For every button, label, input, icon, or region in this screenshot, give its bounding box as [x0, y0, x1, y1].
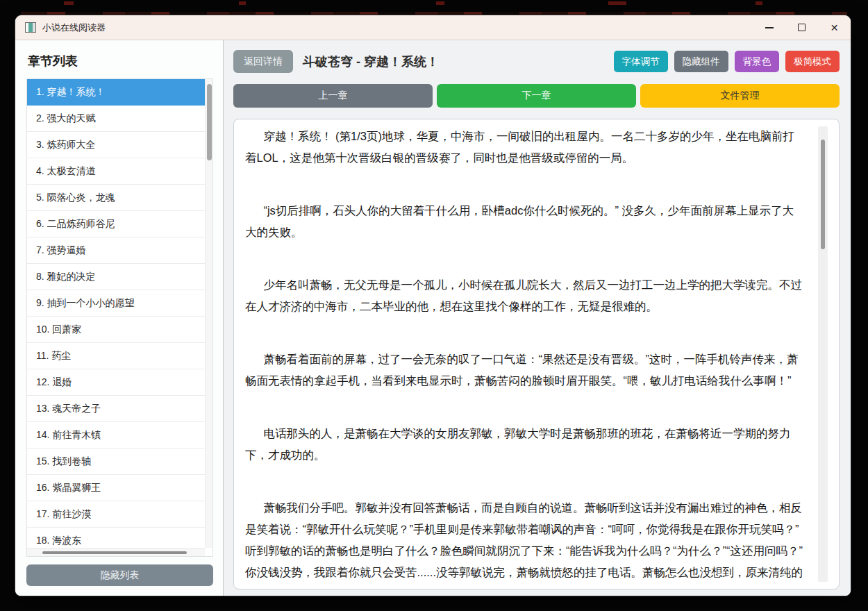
- reading-scrollbar-thumb[interactable]: [821, 140, 825, 249]
- chapter-list-item[interactable]: 10. 回萧家: [27, 317, 205, 343]
- reading-panel-scrollbar[interactable]: [818, 126, 828, 582]
- next-chapter-button[interactable]: 下一章: [437, 84, 636, 108]
- window-title: 小说在线阅读器: [42, 22, 753, 34]
- maximize-button[interactable]: [785, 15, 818, 40]
- maximize-icon: [798, 24, 806, 31]
- reader-toolbar: 字体调节 隐藏组件 背景色 极简模式: [614, 51, 840, 72]
- chapter-list-item[interactable]: 16. 紫晶翼狮王: [27, 475, 205, 501]
- chapter-list-item[interactable]: 3. 炼药师大全: [27, 132, 205, 158]
- background-artifact: [239, 1, 246, 5]
- chapter-list-item[interactable]: 8. 雅妃的决定: [27, 264, 205, 290]
- chapter-list-item[interactable]: 14. 前往青木镇: [27, 422, 205, 449]
- horizontal-scrollbar-thumb[interactable]: [42, 551, 187, 554]
- file-manager-button[interactable]: 文件管理: [640, 84, 840, 108]
- chapter-list-item[interactable]: 17. 前往沙漠: [27, 501, 205, 528]
- vertical-scrollbar-thumb[interactable]: [207, 84, 212, 160]
- minimal-mode-button[interactable]: 极简模式: [785, 51, 840, 72]
- background-artifact: [756, 1, 762, 5]
- sidebar-title: 章节列表: [28, 53, 213, 69]
- chapter-list-item[interactable]: 9. 抽到一个小小的愿望: [27, 290, 205, 317]
- chapter-sidebar: 章节列表 1. 穿越！系统！ 2. 强大的天赋 3. 炼药师大全 4. 太极玄清…: [15, 40, 224, 596]
- chapter-list-box: 1. 穿越！系统！ 2. 强大的天赋 3. 炼药师大全 4. 太极玄清道 5. …: [26, 78, 213, 557]
- novel-paragraph: 萧畅看着面前的屏幕，过了一会无奈的叹了一口气道：“果然还是没有晋级。”这时，一阵…: [245, 349, 803, 392]
- window-controls: ✕: [753, 15, 851, 40]
- novel-paragraph: 电话那头的人，是萧畅在大学谈的女朋友郭敏，郭敏大学时是萧畅那班的班花，在萧畅将近…: [245, 423, 803, 466]
- chapter-list-item[interactable]: 1. 穿越！系统！: [27, 79, 205, 106]
- chapter-list-item[interactable]: 11. 药尘: [27, 343, 205, 369]
- chapter-list-item[interactable]: 12. 退婚: [27, 369, 205, 396]
- novel-text: 穿越！系统！ (第1/3页)地球，华夏，中海市，一间破旧的出租屋内。一名二十多岁…: [245, 126, 803, 583]
- hide-widgets-button[interactable]: 隐藏组件: [674, 51, 728, 72]
- close-button[interactable]: ✕: [818, 15, 851, 40]
- novel-paragraph: 穿越！系统！ (第1/3页)地球，华夏，中海市，一间破旧的出租屋内。一名二十多岁…: [245, 126, 803, 169]
- chapter-list-item[interactable]: 13. 魂天帝之子: [27, 396, 205, 422]
- chapter-list: 1. 穿越！系统！ 2. 强大的天赋 3. 炼药师大全 4. 太极玄清道 5. …: [27, 79, 205, 548]
- background-artifact: [64, 1, 74, 5]
- background-color-button[interactable]: 背景色: [735, 51, 780, 72]
- chapter-list-item[interactable]: 5. 陨落心炎，龙魂: [27, 185, 205, 211]
- chapter-list-item[interactable]: 2. 强大的天赋: [27, 106, 205, 132]
- novel-paragraph: “js切后排啊，石头人你的大留着干什么用，卧槽adc你什么时候死的。” 没多久，…: [245, 200, 803, 243]
- chapter-nav: 上一章 下一章 文件管理: [233, 84, 840, 108]
- chapter-list-horizontal-scrollbar[interactable]: [27, 548, 205, 556]
- window-body: 章节列表 1. 穿越！系统！ 2. 强大的天赋 3. 炼药师大全 4. 太极玄清…: [15, 40, 851, 596]
- reader-header: 返回详情 斗破苍穹 - 穿越！系统！ 字体调节 隐藏组件 背景色 极简模式: [233, 50, 840, 73]
- background-artifact: [608, 1, 626, 5]
- book-chapter-title: 斗破苍穹 - 穿越！系统！: [303, 53, 614, 70]
- close-icon: ✕: [831, 23, 839, 33]
- app-icon: [25, 22, 36, 33]
- hide-list-button[interactable]: 隐藏列表: [26, 564, 213, 586]
- minimize-button[interactable]: [753, 15, 785, 40]
- chapter-list-item[interactable]: 4. 太极玄清道: [27, 158, 205, 185]
- novel-paragraph: 萧畅我们分手吧。郭敏并没有回答萧畅话，而是自顾自的说道。萧畅听到这话并没有漏出难…: [245, 497, 803, 583]
- minimize-icon: [765, 27, 774, 28]
- back-to-details-button[interactable]: 返回详情: [233, 50, 293, 73]
- app-window: 小说在线阅读器 ✕ 章节列表 1. 穿越！系统！ 2. 强大的天赋 3. 炼药师…: [15, 15, 851, 596]
- titlebar: 小说在线阅读器 ✕: [15, 15, 851, 40]
- font-adjust-button[interactable]: 字体调节: [614, 51, 668, 72]
- chapter-list-item[interactable]: 7. 强势逼婚: [27, 237, 205, 264]
- chapter-list-item[interactable]: 15. 找到卷轴: [27, 449, 205, 475]
- reading-panel: 穿越！系统！ (第1/3页)地球，华夏，中海市，一间破旧的出租屋内。一名二十多岁…: [233, 119, 840, 589]
- reader-main: 返回详情 斗破苍穹 - 穿越！系统！ 字体调节 隐藏组件 背景色 极简模式 上一…: [224, 40, 851, 596]
- novel-paragraph: 少年名叫萧畅，无父无母是一个孤儿，小时候在孤儿院长大，然后又一边打工一边上学的把…: [245, 274, 803, 317]
- background-artifact: [436, 1, 444, 5]
- chapter-list-item[interactable]: 18. 海波东: [27, 528, 205, 548]
- prev-chapter-button[interactable]: 上一章: [233, 84, 433, 108]
- chapter-list-vertical-scrollbar[interactable]: [205, 79, 212, 548]
- chapter-list-item[interactable]: 6. 二品炼药师谷尼: [27, 211, 205, 237]
